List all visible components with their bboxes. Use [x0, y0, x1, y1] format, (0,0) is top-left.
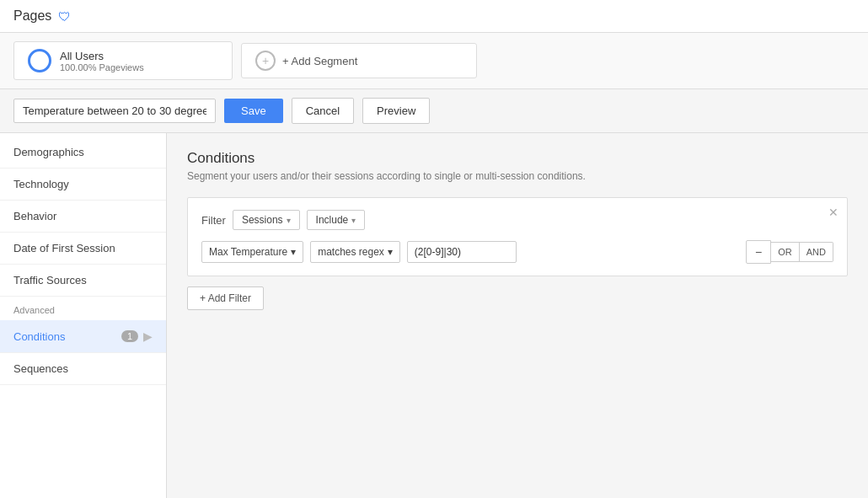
operator-dropdown[interactable]: matches regex ▾ — [310, 241, 400, 263]
conditions-row: Conditions 1 ▶ — [13, 329, 153, 343]
field-label: Max Temperature — [209, 246, 287, 258]
page-title: Pages — [13, 8, 51, 24]
sidebar-item-traffic-sources[interactable]: Traffic Sources — [0, 265, 166, 297]
sidebar-label-behavior: Behavior — [13, 210, 56, 222]
preview-button[interactable]: Preview — [362, 98, 430, 124]
filter-and-button[interactable]: AND — [800, 242, 833, 262]
panel-title: Conditions — [187, 150, 848, 167]
field-arrow-icon: ▾ — [291, 246, 296, 258]
segment-name-input[interactable] — [13, 99, 216, 123]
add-segment-chip[interactable]: + + Add Segment — [241, 43, 477, 78]
filter-label: Filter — [201, 214, 226, 227]
sidebar-label-technology: Technology — [13, 178, 69, 190]
sidebar-item-conditions[interactable]: Conditions 1 ▶ — [0, 320, 166, 353]
filter-header: Filter Sessions ▾ Include ▾ — [201, 210, 833, 230]
include-label: Include — [316, 214, 349, 226]
sidebar-advanced-label: Advanced — [0, 297, 166, 320]
shield-icon: 🛡 — [58, 9, 71, 24]
right-panel: Conditions Segment your users and/or the… — [167, 133, 868, 498]
sidebar-item-date-of-first-session[interactable]: Date of First Session — [0, 233, 166, 265]
page-wrapper: Pages 🛡 All Users 100.00% Pageviews + + … — [0, 0, 868, 498]
sessions-dropdown[interactable]: Sessions ▾ — [233, 210, 300, 230]
sidebar-label-traffic-sources: Traffic Sources — [13, 274, 87, 286]
filter-or-button[interactable]: OR — [771, 242, 800, 262]
sessions-arrow-icon: ▾ — [287, 216, 291, 225]
segment-bar: All Users 100.00% Pageviews + + Add Segm… — [0, 33, 868, 89]
sidebar-item-demographics[interactable]: Demographics — [0, 137, 166, 169]
sidebar-label-conditions: Conditions — [13, 330, 65, 343]
panel-description: Segment your users and/or their sessions… — [187, 170, 848, 182]
include-dropdown[interactable]: Include ▾ — [307, 210, 366, 230]
sidebar-label-sequences: Sequences — [13, 362, 68, 375]
top-header: Pages 🛡 — [0, 0, 868, 33]
sidebar-item-technology[interactable]: Technology — [0, 169, 166, 201]
segment-info: All Users 100.00% Pageviews — [60, 50, 144, 72]
sidebar-item-behavior[interactable]: Behavior — [0, 201, 166, 233]
sidebar-item-sequences[interactable]: Sequences — [0, 353, 166, 385]
all-users-chip[interactable]: All Users 100.00% Pageviews — [13, 41, 233, 80]
cancel-button[interactable]: Cancel — [292, 98, 354, 124]
sidebar-label-demographics: Demographics — [13, 146, 84, 158]
save-button[interactable]: Save — [224, 99, 283, 123]
operator-label: matches regex — [318, 246, 384, 258]
conditions-badge: 1 — [121, 330, 138, 342]
segment-sub-label: 100.00% Pageviews — [60, 62, 144, 72]
include-arrow-icon: ▾ — [351, 216, 356, 225]
operator-arrow-icon: ▾ — [388, 246, 393, 258]
content-wrapper: Demographics Technology Behavior Date of… — [0, 133, 868, 498]
add-filter-button[interactable]: + Add Filter — [187, 286, 264, 310]
filter-minus-button[interactable]: − — [746, 240, 771, 264]
sidebar: Demographics Technology Behavior Date of… — [0, 133, 167, 498]
filter-value-input[interactable] — [407, 241, 517, 263]
sessions-label: Sessions — [242, 214, 283, 226]
field-dropdown[interactable]: Max Temperature ▾ — [201, 241, 303, 263]
segment-name-label: All Users — [60, 50, 144, 62]
filter-actions: − OR AND — [746, 240, 833, 264]
conditions-arrow-icon: ▶ — [143, 329, 153, 343]
add-segment-icon: + — [255, 51, 276, 71]
segment-circle-icon — [28, 49, 51, 72]
filter-box: ✕ Filter Sessions ▾ Include ▾ Max Temper… — [187, 197, 848, 276]
add-segment-label: + Add Segment — [282, 55, 357, 67]
filter-close-icon[interactable]: ✕ — [828, 206, 839, 218]
edit-bar: Save Cancel Preview — [0, 89, 868, 133]
filter-row: Max Temperature ▾ matches regex ▾ − OR A… — [201, 240, 833, 264]
sidebar-label-date-of-first-session: Date of First Session — [13, 242, 115, 254]
